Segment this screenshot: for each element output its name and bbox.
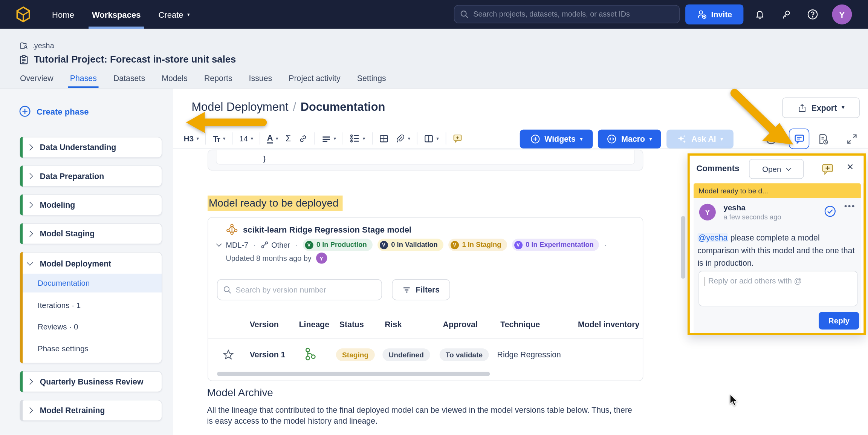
close-icon[interactable]: ✕ (847, 162, 854, 172)
info-icon[interactable] (763, 131, 779, 147)
formula-icon[interactable]: Σ (283, 132, 293, 145)
heading-style-button[interactable]: H3▾ (182, 132, 201, 144)
chevron-right-icon (27, 378, 33, 385)
horizontal-scrollbar[interactable] (217, 372, 490, 376)
reply-input[interactable]: Reply or add others with @ (698, 271, 857, 306)
resolve-check-icon[interactable] (824, 205, 836, 220)
tab-phases[interactable]: Phases (70, 74, 97, 88)
mention-link[interactable]: @yesha (697, 233, 728, 242)
title-separator (289, 100, 301, 113)
table-icon[interactable] (377, 132, 391, 145)
sidebar-item-documentation[interactable]: Documentation (20, 274, 162, 293)
model-title-link[interactable]: scikit-learn Ridge Regression Stage mode… (243, 225, 411, 234)
comments-filter-dropdown[interactable]: Open (749, 159, 804, 179)
phase-modeling[interactable]: Modeling (20, 195, 162, 216)
badge-production[interactable]: V0 in Production (303, 239, 372, 251)
vertical-scrollbar[interactable] (681, 216, 685, 279)
chevron-down-icon[interactable] (216, 241, 222, 247)
filters-button[interactable]: Filters (392, 279, 450, 300)
notifications-bell-icon[interactable] (753, 8, 766, 21)
versions-table-header: Version Lineage Status Risk Approval Tec… (208, 320, 643, 334)
plus-circle-icon (530, 134, 540, 144)
phase-model-retraining[interactable]: Model Retraining (20, 400, 162, 421)
tab-issues[interactable]: Issues (249, 74, 272, 88)
layout-columns-button[interactable]: ▾ (422, 132, 441, 145)
tab-datasets[interactable]: Datasets (113, 74, 145, 88)
macro-button[interactable]: Macro▾ (598, 130, 661, 149)
tab-models[interactable]: Models (162, 74, 188, 88)
comment-context-snippet[interactable]: Model ready to be d... (694, 183, 861, 198)
avatar[interactable]: Y (316, 253, 327, 263)
widgets-button[interactable]: Widgets▾ (520, 130, 593, 149)
breadcrumb[interactable]: .yesha (20, 41, 54, 50)
add-comment-icon[interactable] (821, 162, 834, 178)
code-block-widget[interactable]: } (208, 150, 643, 171)
comments-header: Comments Open ✕ (690, 156, 863, 183)
status-badge: Staging (336, 339, 374, 370)
text-color-button[interactable]: A▾ (265, 132, 281, 145)
phase-quarterly-business-review[interactable]: Quarterly Business Review (20, 371, 162, 392)
export-button[interactable]: Export▾ (782, 98, 860, 118)
sidebar-item-phase-settings[interactable]: Phase settings (20, 338, 162, 359)
sparkle-icon (677, 134, 687, 144)
version-search-input[interactable] (236, 285, 376, 294)
filter-icon (402, 285, 411, 294)
sidebar-item-reviews[interactable]: Reviews · 0 (20, 316, 162, 338)
badge-experimentation[interactable]: V0 in Experimentation (512, 239, 599, 251)
add-comment-icon[interactable] (451, 132, 465, 145)
nav-create[interactable]: Create▾ (158, 0, 189, 29)
ask-ai-button[interactable]: Ask AI▾ (666, 130, 734, 149)
report-history-icon[interactable] (815, 131, 831, 147)
title-section: Documentation (301, 100, 385, 113)
phases-sidebar: Create phase Data Understanding Data Pre… (0, 89, 173, 435)
phase-model-staging[interactable]: Model Staging (20, 223, 162, 244)
tab-reports[interactable]: Reports (204, 74, 232, 88)
lineage-icon[interactable] (303, 339, 318, 370)
align-button[interactable]: ▾ (319, 132, 338, 145)
nav-workspaces[interactable]: Workspaces (92, 0, 141, 29)
comment-thread: Y yesha a few seconds ago ••• @yesha ple… (694, 198, 861, 333)
badge-validation[interactable]: V0 in Validation (377, 239, 443, 251)
project-header: .yesha Tutorial Project: Forecast in-sto… (0, 29, 868, 89)
invite-button[interactable]: Invite (685, 5, 743, 25)
chevron-down-icon: ▾ (842, 105, 844, 110)
archive-paragraph: All the lineage that contributed to the … (207, 404, 633, 427)
global-search-input[interactable] (473, 10, 674, 18)
phase-model-deployment[interactable]: Model Deployment Documentation Iteration… (20, 252, 162, 363)
tab-settings[interactable]: Settings (357, 74, 386, 88)
workspace-name[interactable]: .yesha (32, 41, 54, 50)
font-size-button[interactable]: 14▾ (237, 132, 255, 144)
favorite-star-icon[interactable] (223, 339, 234, 370)
project-title: Tutorial Project: Forecast in-store unit… (34, 54, 236, 66)
nav-home[interactable]: Home (52, 0, 74, 29)
more-options-icon[interactable]: ••• (844, 201, 856, 210)
phase-data-understanding[interactable]: Data Understanding (20, 137, 162, 158)
attachment-button[interactable]: ▾ (393, 132, 413, 145)
list-button[interactable]: ▾ (348, 132, 367, 145)
version-cell[interactable]: Version 1 (250, 339, 286, 370)
sidebar-item-iterations[interactable]: Iterations · 1 (20, 295, 162, 316)
tab-overview[interactable]: Overview (20, 74, 53, 88)
chevron-right-icon (27, 202, 33, 208)
page-title: Model DeploymentDocumentation (191, 100, 385, 113)
vectice-logo-icon[interactable] (14, 6, 32, 26)
model-meta-row: MDL-7 Other V0 in Production V0 in Valid… (217, 239, 607, 251)
reply-button[interactable]: Reply (819, 312, 859, 329)
model-icon (226, 223, 238, 235)
global-search[interactable] (454, 5, 680, 23)
key-icon[interactable] (779, 8, 793, 21)
help-icon[interactable] (806, 8, 819, 21)
phase-data-preparation[interactable]: Data Preparation (20, 165, 162, 187)
link-icon[interactable] (296, 132, 310, 145)
tab-project-activity[interactable]: Project activity (289, 74, 340, 88)
text-style-button[interactable]: TT▾ (211, 132, 228, 145)
user-avatar[interactable]: Y (832, 5, 852, 25)
table-row[interactable]: Version 1 Staging Undefined To validate … (208, 339, 643, 370)
version-search[interactable] (217, 279, 382, 300)
highlighted-heading: Model ready to be deployed (208, 197, 342, 209)
badge-staging[interactable]: V1 in Staging (448, 239, 507, 251)
comments-panel-toggle-icon[interactable] (789, 129, 809, 149)
fullscreen-icon[interactable] (844, 131, 860, 147)
create-phase-button[interactable]: Create phase (19, 105, 89, 117)
dot-separator (295, 240, 298, 250)
